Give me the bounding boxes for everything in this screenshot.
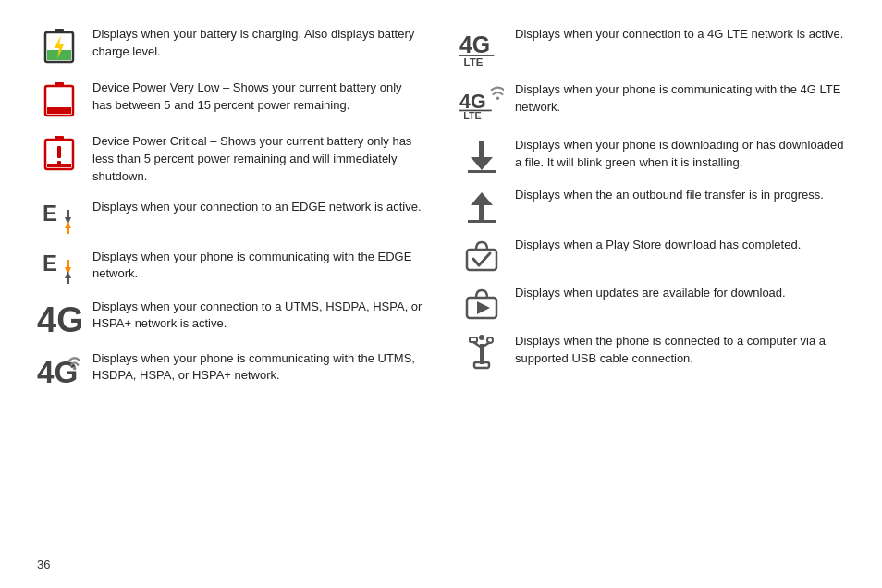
updates-available-icon	[459, 285, 504, 320]
4g-active-text: Displays when your connection to a UTMS,…	[92, 299, 423, 334]
svg-text:4G: 4G	[37, 300, 81, 337]
4g-lte-communicating-text: Displays when your phone is communicatin…	[515, 81, 845, 116]
page-number: 36	[37, 557, 50, 571]
battery-critical-icon	[37, 133, 81, 174]
battery-low-text: Device Power Very Low – Shows your curre…	[92, 80, 423, 115]
left-column: Displays when your battery is charging. …	[37, 26, 441, 570]
battery-low-icon	[37, 80, 81, 120]
svg-marker-35	[471, 192, 493, 205]
svg-marker-40	[477, 301, 490, 314]
svg-rect-44	[470, 337, 477, 342]
svg-rect-1	[55, 29, 64, 33]
list-item: Displays when updates are available for …	[459, 285, 845, 320]
list-item: Device Power Very Low – Shows your curre…	[37, 80, 423, 120]
playstore-done-icon	[459, 237, 504, 272]
svg-rect-37	[468, 220, 496, 223]
battery-charging-text: Displays when your battery is charging. …	[92, 26, 423, 61]
content: Displays when your battery is charging. …	[37, 26, 845, 570]
list-item: Displays when your battery is charging. …	[37, 26, 423, 67]
svg-point-47	[479, 335, 484, 340]
svg-rect-36	[479, 203, 484, 222]
upload-icon	[459, 187, 504, 224]
usb-connected-icon	[459, 333, 504, 374]
svg-rect-16	[67, 227, 69, 234]
svg-point-46	[487, 337, 493, 343]
svg-rect-34	[468, 170, 496, 173]
playstore-done-text: Displays when a Play Store download has …	[515, 237, 845, 254]
svg-text:LTE: LTE	[463, 56, 483, 67]
list-item: Device Power Critical – Shows your curre…	[37, 133, 423, 186]
4g-lte-active-text: Displays when your connection to a 4G LT…	[515, 26, 845, 43]
list-item: E Displays when your phone is communicat…	[37, 249, 423, 286]
edge-active-text: Displays when your connection to an EDGE…	[92, 199, 423, 216]
list-item: Displays when a Play Store download has …	[459, 237, 845, 272]
updates-available-text: Displays when updates are available for …	[515, 285, 845, 302]
svg-point-31	[496, 96, 500, 100]
download-text: Displays when your phone is downloading …	[515, 137, 845, 172]
svg-text:4G: 4G	[37, 355, 78, 389]
list-item: E Displays when your connection to an ED…	[37, 199, 423, 236]
svg-text:4G: 4G	[459, 31, 490, 57]
4g-communicating-icon: 4G	[37, 350, 81, 393]
list-item: Displays when the phone is connected to …	[459, 333, 845, 374]
svg-rect-19	[67, 260, 69, 269]
list-item: 4G Displays when your phone is communica…	[37, 350, 423, 393]
list-item: 4G Displays when your connection to a UT…	[37, 299, 423, 337]
4g-active-icon: 4G	[37, 299, 81, 337]
page: Displays when your battery is charging. …	[0, 0, 882, 588]
svg-rect-8	[55, 136, 64, 141]
list-item: Displays when your phone is downloading …	[459, 137, 845, 174]
svg-rect-10	[57, 146, 61, 158]
svg-rect-42	[474, 362, 489, 368]
battery-critical-text: Device Power Critical – Shows your curre…	[92, 133, 423, 186]
svg-rect-32	[479, 141, 484, 159]
svg-text:4G: 4G	[459, 91, 486, 113]
svg-rect-11	[57, 161, 61, 165]
list-item: Displays when the an outbound file trans…	[459, 187, 845, 224]
list-item: 4G LTE Displays when your connection to …	[459, 26, 845, 68]
battery-charging-icon	[37, 26, 81, 67]
edge-communicating-text: Displays when your phone is communicatin…	[92, 249, 423, 284]
4g-lte-communicating-icon: 4G LTE	[459, 81, 504, 124]
edge-communicating-icon: E	[37, 249, 81, 286]
svg-rect-6	[47, 107, 71, 114]
upload-text: Displays when the an outbound file trans…	[515, 187, 845, 204]
svg-text:LTE: LTE	[463, 110, 482, 121]
svg-rect-21	[67, 276, 69, 284]
svg-rect-14	[67, 210, 69, 219]
svg-point-24	[73, 366, 77, 370]
svg-rect-38	[467, 250, 496, 270]
svg-text:E: E	[43, 251, 57, 276]
svg-marker-33	[471, 157, 493, 170]
right-column: 4G LTE Displays when your connection to …	[441, 26, 845, 570]
usb-connected-text: Displays when the phone is connected to …	[515, 333, 845, 368]
4g-communicating-text: Displays when your phone is communicatin…	[92, 350, 423, 386]
4g-lte-active-icon: 4G LTE	[459, 26, 504, 68]
svg-text:E: E	[43, 201, 57, 226]
svg-rect-5	[55, 82, 64, 87]
edge-active-icon: E	[37, 199, 81, 236]
list-item: 4G LTE Displays when your phone is commu…	[459, 81, 845, 124]
download-icon	[459, 137, 504, 174]
